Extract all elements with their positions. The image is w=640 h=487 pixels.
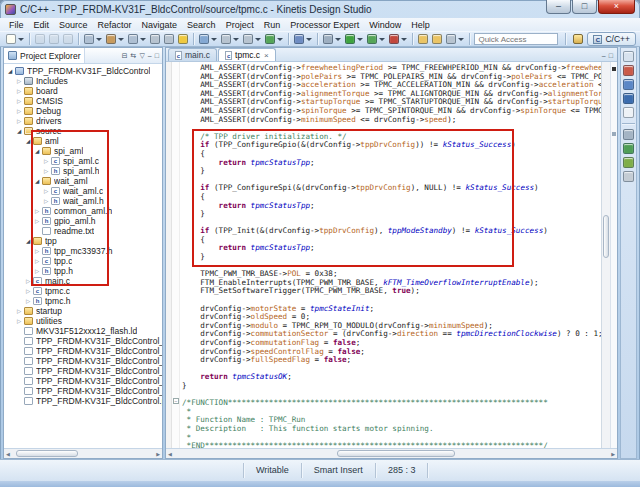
tree-item[interactable]: ◢aml xyxy=(4,136,162,146)
debug-settings-button[interactable] xyxy=(322,32,342,46)
dropdown-caret-icon[interactable] xyxy=(335,38,341,41)
tree-item[interactable]: ◢TPP_FRDM-KV31F_BldcControl xyxy=(4,66,162,76)
generate-processor-expert-code-button[interactable] xyxy=(264,32,284,46)
tree-item[interactable]: TPP_FRDM-KV31F_BldcControl_Release_O xyxy=(4,366,162,376)
flag-button[interactable] xyxy=(163,32,175,46)
code-line[interactable]: if (TPP_Init(&(drvConfig->tppDrvConfig),… xyxy=(182,227,601,236)
dropdown-caret-icon[interactable] xyxy=(306,38,312,41)
console-view-icon[interactable] xyxy=(623,93,634,104)
collapsed-arrow-icon[interactable]: ▷ xyxy=(15,118,23,124)
menu-item[interactable]: Run xyxy=(259,20,286,30)
quick-access-input[interactable] xyxy=(474,33,558,45)
code-line[interactable]: return tpmcStatusOK; xyxy=(182,373,601,382)
dropdown-caret-icon[interactable] xyxy=(96,38,102,41)
menu-item[interactable]: Edit xyxy=(29,20,55,30)
collapsed-arrow-icon[interactable]: ▷ xyxy=(33,268,41,274)
collapsed-arrow-icon[interactable]: ▷ xyxy=(33,208,41,214)
explorer-hscroll-thumb[interactable] xyxy=(16,450,78,457)
tree-item[interactable]: TPP_FRDM-KV31F_BldcControl.pdf xyxy=(4,396,162,406)
tree-item[interactable]: ▷htpp_mc33937.h xyxy=(4,246,162,256)
collapsed-arrow-icon[interactable]: ▷ xyxy=(42,198,50,204)
expanded-arrow-icon[interactable]: ◢ xyxy=(24,238,32,244)
editor-hscroll-thumb[interactable] xyxy=(337,450,454,457)
tree-item[interactable]: ▷cspi_aml.c xyxy=(4,156,162,166)
code-line[interactable]: return tpmcStatusTpp; xyxy=(182,202,601,211)
maximize-editor-button[interactable]: □ xyxy=(609,52,613,59)
menu-item[interactable]: Search xyxy=(182,20,221,30)
tree-item[interactable]: ▷board xyxy=(4,86,162,96)
dropdown-caret-icon[interactable] xyxy=(357,38,363,41)
import-folder-button[interactable] xyxy=(431,32,443,46)
overview-ruler[interactable] xyxy=(610,62,617,448)
collapsed-arrow-icon[interactable]: ▷ xyxy=(15,88,23,94)
code-line[interactable]: drvConfig->fullSpeedFlag = false; xyxy=(182,356,601,365)
project-explorer-tab[interactable]: Project Explorer xyxy=(4,48,85,63)
code-line[interactable]: } xyxy=(182,382,601,391)
dropdown-caret-icon[interactable] xyxy=(118,38,124,41)
menu-item[interactable]: File xyxy=(4,20,29,30)
dropdown-caret-icon[interactable] xyxy=(255,38,261,41)
fold-marker-icon[interactable]: − xyxy=(173,398,179,404)
tree-item[interactable]: ▷htpmc.h xyxy=(4,296,162,306)
menu-item[interactable]: Navigate xyxy=(137,20,183,30)
open-element-button[interactable] xyxy=(293,32,313,46)
collapsed-arrow-icon[interactable]: ▷ xyxy=(24,298,32,304)
collapsed-arrow-icon[interactable]: ▷ xyxy=(24,278,32,284)
tree-item[interactable]: ◢spi_aml xyxy=(4,146,162,156)
code-line[interactable]: FTM_SetSoftwareTrigger(TPMC_PWM_TMR_BASE… xyxy=(182,287,601,296)
build-all-button[interactable] xyxy=(127,32,147,46)
collapsed-arrow-icon[interactable]: ▷ xyxy=(42,158,50,164)
skip-all-breakpoints-button[interactable] xyxy=(83,32,103,46)
overview-mark[interactable] xyxy=(612,132,616,136)
expanded-arrow-icon[interactable]: ◢ xyxy=(15,128,23,134)
open-perspective-icon[interactable] xyxy=(573,34,583,44)
tree-item[interactable]: ▷Includes xyxy=(4,76,162,86)
editor-vscrollbar[interactable] xyxy=(601,62,610,448)
debug-configurations-button[interactable] xyxy=(220,32,240,46)
close-button[interactable]: × xyxy=(598,0,635,14)
scroll-left-icon[interactable]: ◀ xyxy=(168,451,172,457)
tree-item[interactable]: ▷drivers xyxy=(4,116,162,126)
code-line[interactable]: return tpmcStatusTpp; xyxy=(182,244,601,253)
synchronize-view-icon[interactable] xyxy=(623,79,634,90)
editor-vscroll-thumb[interactable] xyxy=(603,215,609,258)
collapsed-arrow-icon[interactable]: ▷ xyxy=(24,288,32,294)
cpp-perspective-button[interactable]: C C/C++ xyxy=(587,32,636,46)
tab-main-c[interactable]: c main.c xyxy=(168,48,217,61)
code-line[interactable]: } xyxy=(182,210,601,219)
expanded-arrow-icon[interactable]: ◢ xyxy=(6,68,14,74)
collapsed-arrow-icon[interactable]: ▷ xyxy=(15,108,23,114)
tree-item[interactable]: TPP_FRDM-KV31F_BldcControl_Release_Se xyxy=(4,386,162,396)
properties-view-icon[interactable] xyxy=(623,107,634,118)
tree-item[interactable]: ▷hspi_aml.h xyxy=(4,166,162,176)
menu-item[interactable]: Project xyxy=(221,20,259,30)
outline-view-icon[interactable] xyxy=(623,157,634,168)
expanded-arrow-icon[interactable]: ◢ xyxy=(33,148,41,154)
code-line[interactable]: AML_ASSERT(drvConfig->minimumSpeed <= dr… xyxy=(182,116,601,125)
open-resource-folder-button[interactable] xyxy=(417,32,429,46)
code-line[interactable]: if (TPP_ConfigureGpio(&(drvConfig->tppDr… xyxy=(182,141,601,150)
tree-item[interactable]: ▷Debug xyxy=(4,106,162,116)
new-wizard-button[interactable] xyxy=(5,32,25,46)
dropdown-caret-icon[interactable] xyxy=(379,38,385,41)
tree-item[interactable]: ▷hwait_aml.h xyxy=(4,196,162,206)
build-button[interactable] xyxy=(105,32,125,46)
link-with-editor-icon[interactable]: ⇆ xyxy=(131,52,137,60)
code-line[interactable]: return tpmcStatusTpp; xyxy=(182,159,601,168)
code-line[interactable]: } xyxy=(182,253,601,262)
minimize-editor-button[interactable]: – xyxy=(602,52,606,59)
dropdown-caret-icon[interactable] xyxy=(140,38,146,41)
collapsed-arrow-icon[interactable]: ▷ xyxy=(15,308,23,314)
tab-tpmc-c[interactable]: c tpmc.c × xyxy=(218,48,276,61)
tree-item[interactable]: TPP_FRDM-KV31F_BldcControl_Debug_PN xyxy=(4,346,162,356)
code-area[interactable]: AML_ASSERT(drvConfig->freewheelingPeriod… xyxy=(180,62,601,448)
dropdown-caret-icon[interactable] xyxy=(401,38,407,41)
expanded-arrow-icon[interactable]: ◢ xyxy=(33,178,41,184)
collapsed-arrow-icon[interactable]: ▷ xyxy=(33,248,41,254)
collapsed-arrow-icon[interactable]: ▷ xyxy=(15,318,23,324)
tree-item[interactable]: ▷startup xyxy=(4,306,162,316)
code-line[interactable]: if (TPP_ConfigureSpi(&(drvConfig->tppDrv… xyxy=(182,184,601,193)
minimize-view-icon[interactable]: – xyxy=(148,52,152,60)
menu-item[interactable]: Refactor xyxy=(93,20,137,30)
tree-item[interactable]: ▷htpp.h xyxy=(4,266,162,276)
